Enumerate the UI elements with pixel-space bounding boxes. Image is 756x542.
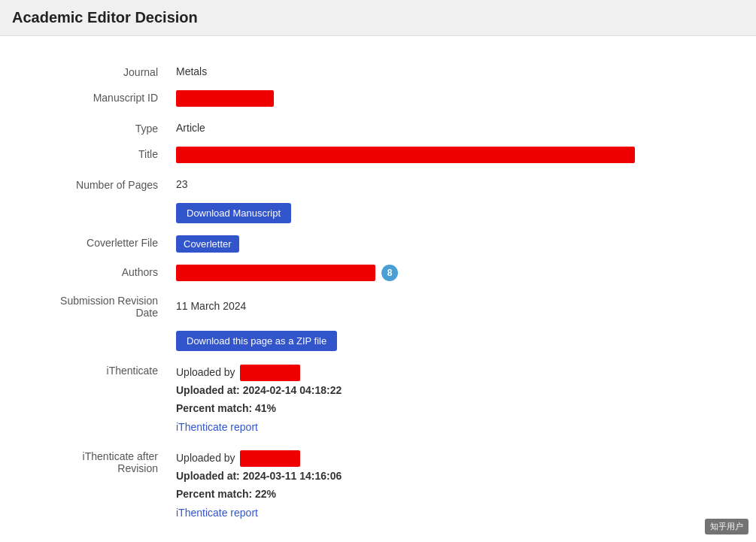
ithenticate-after-row: iThenticate afterRevision Uploaded by Up… bbox=[15, 443, 741, 528]
info-text-cell: You can access the iThenticate report to… bbox=[165, 528, 741, 542]
ithenticate-report-link-1[interactable]: iThenticate report bbox=[176, 421, 258, 433]
download-manuscript-row: Download Manuscript bbox=[15, 197, 741, 229]
authors-row: Authors 8 bbox=[15, 259, 741, 287]
ithenticate-after-label-text: iThenticate afterRevision bbox=[83, 450, 158, 474]
submission-revision-label: Submission RevisionDate bbox=[15, 287, 165, 325]
manuscript-id-row: Manuscript ID bbox=[15, 84, 741, 115]
authors-redacted bbox=[176, 265, 375, 281]
manuscript-id-value bbox=[165, 84, 741, 115]
author-count-badge: 8 bbox=[381, 265, 398, 281]
type-row: Type Article bbox=[15, 115, 741, 141]
pages-value: 23 bbox=[165, 171, 741, 197]
coverletter-badge[interactable]: Coverletter bbox=[176, 235, 239, 253]
uploaded-at-text-2: Uploaded at: 2024-03-11 14:16:06 bbox=[176, 470, 342, 482]
ithenticate-after-cell: Uploaded by Uploaded at: 2024-03-11 14:1… bbox=[165, 443, 741, 528]
coverletter-cell: Coverletter bbox=[165, 229, 741, 259]
download-zip-row: Download this page as a ZIP file bbox=[15, 325, 741, 357]
download-zip-spacer bbox=[15, 325, 165, 357]
title-label: Title bbox=[15, 141, 165, 171]
ithenticate-uploaded-at-1: Uploaded at: 2024-02-14 04:18:22 bbox=[176, 382, 733, 400]
uploader-1-redacted bbox=[240, 365, 300, 381]
ithenticate-cell: Uploaded by Uploaded at: 2024-02-14 04:1… bbox=[165, 357, 741, 443]
ithenticate-row: iThenticate Uploaded by Uploaded at: 202… bbox=[15, 357, 741, 443]
percent-match-text-1: Percent match: 41% bbox=[176, 402, 276, 414]
percent-match-text-2: Percent match: 22% bbox=[176, 488, 276, 500]
manuscript-id-label: Manuscript ID bbox=[15, 84, 165, 115]
download-manuscript-spacer bbox=[15, 197, 165, 229]
manuscript-id-redacted bbox=[176, 90, 274, 107]
ithenticate-uploaded-by-row: Uploaded by bbox=[176, 363, 733, 382]
page-header: Academic Editor Decision bbox=[0, 0, 756, 36]
form-table: Journal Metals Manuscript ID Type Articl… bbox=[15, 59, 741, 542]
ithenticate-after-label: iThenticate afterRevision bbox=[15, 443, 165, 528]
ithenticate-uploaded-at-2: Uploaded at: 2024-03-11 14:16:06 bbox=[176, 468, 733, 486]
ithenticate-content: Uploaded by Uploaded at: 2024-02-14 04:1… bbox=[176, 363, 733, 437]
info-text-spacer bbox=[15, 528, 165, 542]
type-value: Article bbox=[165, 115, 741, 141]
submission-revision-value: 11 March 2024 bbox=[165, 287, 741, 325]
authors-cell: 8 bbox=[165, 259, 741, 287]
coverletter-row: Coverletter File Coverletter bbox=[15, 229, 741, 259]
page-title: Academic Editor Decision bbox=[12, 9, 744, 26]
type-label: Type bbox=[15, 115, 165, 141]
info-text: You can access the iThenticate report to… bbox=[176, 534, 733, 542]
ithenticate-report-link-2[interactable]: iThenticate report bbox=[176, 507, 258, 519]
main-content: Journal Metals Manuscript ID Type Articl… bbox=[0, 51, 756, 542]
uploaded-at-text-1: Uploaded at: 2024-02-14 04:18:22 bbox=[176, 384, 342, 396]
title-redacted bbox=[176, 147, 635, 163]
journal-row: Journal Metals bbox=[15, 59, 741, 84]
submission-revision-label-text: Submission RevisionDate bbox=[60, 295, 158, 319]
info-text-row: You can access the iThenticate report to… bbox=[15, 528, 741, 542]
journal-label: Journal bbox=[15, 59, 165, 84]
journal-value: Metals bbox=[165, 59, 741, 84]
download-manuscript-button[interactable]: Download Manuscript bbox=[176, 203, 291, 223]
uploaded-by-label-1: Uploaded by bbox=[176, 363, 235, 382]
ithenticate-label: iThenticate bbox=[15, 357, 165, 443]
uploader-2-redacted bbox=[240, 450, 300, 467]
ithenticate-after-uploaded-by-row: Uploaded by bbox=[176, 449, 733, 468]
ithenticate-percent-2: Percent match: 22% bbox=[176, 486, 733, 504]
authors-content: 8 bbox=[176, 265, 733, 281]
download-manuscript-cell: Download Manuscript bbox=[165, 197, 741, 229]
pages-row: Number of Pages 23 bbox=[15, 171, 741, 197]
ithenticate-after-content: Uploaded by Uploaded at: 2024-03-11 14:1… bbox=[176, 449, 733, 522]
uploaded-by-label-2: Uploaded by bbox=[176, 449, 235, 468]
ithenticate-percent-1: Percent match: 41% bbox=[176, 400, 733, 418]
coverletter-label: Coverletter File bbox=[15, 229, 165, 259]
authors-label: Authors bbox=[15, 259, 165, 287]
submission-revision-row: Submission RevisionDate 11 March 2024 bbox=[15, 287, 741, 325]
title-value bbox=[165, 141, 741, 171]
pages-label: Number of Pages bbox=[15, 171, 165, 197]
download-zip-cell: Download this page as a ZIP file bbox=[165, 325, 741, 357]
download-zip-button[interactable]: Download this page as a ZIP file bbox=[176, 331, 337, 351]
title-row: Title bbox=[15, 141, 741, 171]
